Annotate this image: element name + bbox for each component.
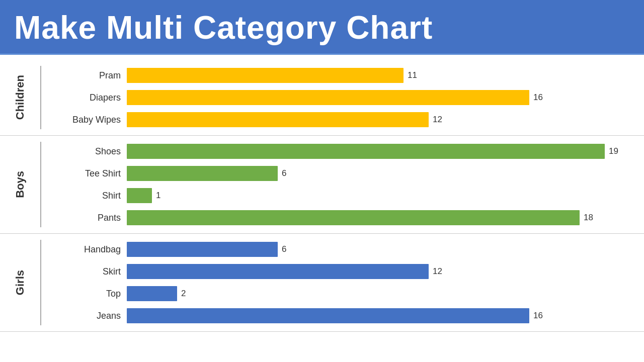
- bar-track: 18: [127, 210, 644, 225]
- bar: [127, 90, 529, 105]
- bar-track: 11: [127, 68, 644, 83]
- bar-value: 6: [282, 244, 286, 254]
- category-section-children: ChildrenPram11Diapers16Baby Wipes12: [0, 60, 644, 136]
- rows-container-girls: Handbag6Skirt12Top2Jeans16: [41, 238, 644, 327]
- bar: [127, 188, 152, 203]
- page-title: Make Multi Category Chart: [14, 9, 630, 46]
- bar-row: Shoes19: [41, 142, 644, 161]
- bar-row: Baby Wipes12: [41, 110, 644, 129]
- bar: [127, 242, 278, 257]
- bar-track: 1: [127, 188, 644, 203]
- bar: [127, 166, 278, 181]
- bar-label: Shirt: [41, 191, 127, 201]
- bar-track: 6: [127, 166, 644, 181]
- bar-label: Handbag: [41, 244, 127, 255]
- bar-track: 19: [127, 144, 644, 159]
- rows-container-children: Pram11Diapers16Baby Wipes12: [41, 64, 644, 131]
- bar-label: Diapers: [41, 93, 127, 103]
- bar-row: Handbag6: [41, 240, 644, 259]
- bar-value: 2: [181, 289, 186, 299]
- bar-value: 19: [609, 146, 618, 156]
- bar-label: Shoes: [41, 146, 127, 157]
- bar-row: Shirt1: [41, 186, 644, 205]
- header: Make Multi Category Chart: [0, 0, 644, 55]
- bar-label: Baby Wipes: [41, 115, 127, 125]
- bar-value: 12: [433, 115, 442, 125]
- bar-value: 6: [282, 168, 286, 178]
- bar-row: Tee Shirt6: [41, 164, 644, 183]
- bar-row: Jeans16: [41, 306, 644, 325]
- bar-value: 12: [433, 266, 442, 277]
- bar: [127, 112, 429, 127]
- category-label-boys: Boys: [14, 171, 27, 198]
- bar-label: Top: [41, 289, 127, 299]
- bar: [127, 210, 580, 225]
- bar-value: 18: [584, 213, 593, 223]
- category-section-boys: BoysShoes19Tee Shirt6Shirt1Pants18: [0, 136, 644, 234]
- bar-track: 12: [127, 112, 644, 127]
- bar-track: 16: [127, 308, 644, 323]
- bar-row: Pants18: [41, 208, 644, 227]
- category-label-girls: Girls: [14, 270, 27, 295]
- bar-row: Top2: [41, 284, 644, 303]
- bar-track: 6: [127, 242, 644, 257]
- bar-value: 16: [533, 93, 543, 103]
- bar-value: 1: [156, 191, 160, 201]
- bar-label: Skirt: [41, 266, 127, 277]
- bar-value: 11: [408, 70, 417, 80]
- bar: [127, 264, 429, 279]
- category-label-wrapper-children: Children: [0, 64, 40, 131]
- bar-track: 12: [127, 264, 644, 279]
- bar-row: Skirt12: [41, 262, 644, 281]
- category-section-girls: GirlsHandbag6Skirt12Top2Jeans16: [0, 234, 644, 332]
- bar: [127, 308, 529, 323]
- bar-value: 16: [533, 311, 543, 321]
- category-label-wrapper-girls: Girls: [0, 238, 40, 327]
- rows-container-boys: Shoes19Tee Shirt6Shirt1Pants18: [41, 140, 644, 229]
- bar-label: Pram: [41, 70, 127, 81]
- bar-label: Tee Shirt: [41, 168, 127, 179]
- category-label-children: Children: [14, 75, 27, 120]
- bar-row: Diapers16: [41, 88, 644, 107]
- category-label-wrapper-boys: Boys: [0, 140, 40, 229]
- bar-row: Pram11: [41, 66, 644, 85]
- bar-track: 2: [127, 286, 644, 301]
- bar: [127, 68, 404, 83]
- chart-container: ChildrenPram11Diapers16Baby Wipes12BoysS…: [0, 55, 644, 359]
- bar: [127, 144, 605, 159]
- bar-track: 16: [127, 90, 644, 105]
- bar-label: Jeans: [41, 311, 127, 321]
- bar-label: Pants: [41, 213, 127, 223]
- bar: [127, 286, 177, 301]
